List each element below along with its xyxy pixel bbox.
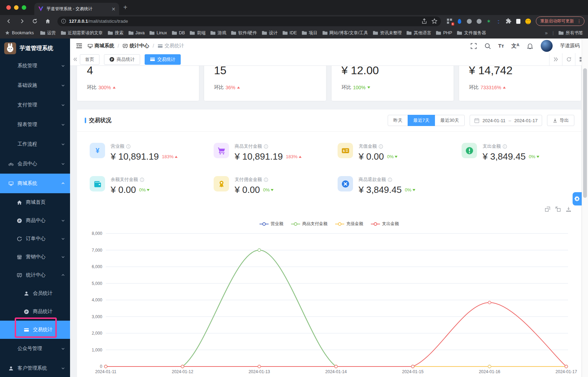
theme-settings-button[interactable] xyxy=(573,192,582,205)
range-button-0[interactable]: 昨天 xyxy=(388,115,408,126)
bookmark-folder[interactable]: 近期需要读的文章 xyxy=(61,30,103,36)
bookmark-folder[interactable]: 游戏 xyxy=(210,30,226,36)
home-button[interactable] xyxy=(44,18,51,25)
info-icon[interactable] xyxy=(388,177,392,182)
user-avatar[interactable] xyxy=(541,40,553,52)
sidebar-item-0[interactable]: 系统管理 xyxy=(0,56,70,76)
sidebar-item-9[interactable]: 订单中心 xyxy=(0,230,70,248)
legend-item[interactable]: 商品支付金额 xyxy=(291,221,327,227)
site-info-icon[interactable] xyxy=(61,19,66,24)
address-bar[interactable]: 127.0.0.1/mall/statistics/trade xyxy=(57,16,441,26)
breadcrumb-item[interactable]: 商城系统 xyxy=(88,43,114,49)
range-button-2[interactable]: 最近30天 xyxy=(435,115,464,126)
bookmark-folder[interactable]: 其他语言 xyxy=(407,30,431,36)
tabs-scroll-right-icon[interactable] xyxy=(549,53,562,65)
fullscreen-icon[interactable] xyxy=(470,43,477,49)
bookmark-folder[interactable]: Java xyxy=(129,30,145,35)
save-image-icon[interactable] xyxy=(566,206,572,212)
bookmark-folder[interactable]: 项目 xyxy=(302,30,318,36)
trade-line-chart[interactable]: 01,0002,0003,0004,0005,0006,0007,0008,00… xyxy=(81,231,582,377)
info-icon[interactable] xyxy=(126,144,131,149)
extension-drop-icon[interactable] xyxy=(456,18,462,24)
profile-avatar-icon[interactable] xyxy=(525,18,531,24)
bookmark-folder[interactable]: IDE xyxy=(283,30,297,35)
reload-button[interactable] xyxy=(32,18,38,25)
new-tab-button[interactable]: + xyxy=(123,4,127,11)
extension-circle-icon[interactable] xyxy=(476,18,482,24)
info-icon[interactable] xyxy=(264,177,268,182)
back-button[interactable] xyxy=(6,18,12,25)
bookmark-folder[interactable]: 资讯未整理 xyxy=(373,30,402,36)
bookmark-folder[interactable]: Linux xyxy=(150,30,167,35)
bookmark-folder[interactable]: 软件/硬件 xyxy=(231,30,257,36)
page-tab-1[interactable]: P 商品统计 xyxy=(104,54,140,65)
close-window-button[interactable] xyxy=(6,5,11,10)
legend-item[interactable]: 支出金额 xyxy=(371,221,399,227)
bookmark-folder[interactable]: DB xyxy=(172,30,185,35)
sidebar-item-14[interactable]: 交易统计 xyxy=(0,321,70,339)
bookmark-folder[interactable]: 前端 xyxy=(190,30,206,36)
sidebar-item-3[interactable]: 报表管理 xyxy=(0,115,70,134)
font-size-icon[interactable]: Tт xyxy=(498,43,504,49)
export-button[interactable]: 导出 xyxy=(547,115,574,126)
menu-kebab-icon[interactable]: ⋮ xyxy=(577,19,581,24)
sidebar-item-13[interactable]: P 商品统计 xyxy=(0,302,70,321)
extension-grid-icon[interactable]: 6 xyxy=(447,18,452,24)
extension-star-icon[interactable]: ✶ xyxy=(486,18,492,24)
close-tab-icon[interactable]: ✕ xyxy=(111,6,116,12)
sidebar-item-2[interactable]: 支付管理 xyxy=(0,95,70,115)
bookmark-folder[interactable]: 搜索 xyxy=(108,30,124,36)
tabs-scroll-left-icon[interactable] xyxy=(70,57,80,62)
bookmark-folder[interactable]: 文件服务器 xyxy=(457,30,486,36)
page-tab-0[interactable]: 首页 xyxy=(80,54,99,65)
app-logo-row[interactable]: 芋道管理系统 xyxy=(0,39,70,56)
sidebar-item-8[interactable]: P 商品中心 xyxy=(0,211,70,230)
range-button-1[interactable]: 最近7天 xyxy=(408,115,435,126)
sidebar-item-6[interactable]: 商城系统 xyxy=(0,174,70,193)
minimize-window-button[interactable] xyxy=(14,5,19,10)
bookmark-star-icon[interactable] xyxy=(431,18,437,24)
sidebar-item-15[interactable]: 公众号管理 xyxy=(0,339,70,358)
sidebar-item-1[interactable]: 基础设施 xyxy=(0,76,70,95)
forward-button[interactable] xyxy=(19,18,25,25)
sidebar-item-5[interactable]: 会员中心 xyxy=(0,154,70,174)
data-zoom-icon[interactable] xyxy=(545,206,551,212)
info-icon[interactable] xyxy=(264,144,268,149)
scrollbar-thumb[interactable] xyxy=(583,68,587,198)
breadcrumb-item[interactable]: 交易统计 xyxy=(158,43,184,49)
restore-icon[interactable] xyxy=(555,206,561,212)
page-tab-2[interactable]: 交易统计 xyxy=(145,54,181,65)
info-icon[interactable] xyxy=(503,144,507,149)
legend-item[interactable]: 充值金额 xyxy=(335,221,363,227)
sidebar-item-12[interactable]: 会员统计 xyxy=(0,284,70,302)
breadcrumb-item[interactable]: 统计中心 xyxy=(123,43,149,49)
extension-panel-icon[interactable] xyxy=(515,18,521,24)
notification-bell-icon[interactable] xyxy=(527,43,533,49)
bookmark-folder[interactable]: PHP xyxy=(436,30,452,35)
search-icon[interactable] xyxy=(484,43,491,49)
refresh-page-icon[interactable] xyxy=(562,53,575,65)
extension-chevrons-icon[interactable]: ⌄⌄ xyxy=(496,18,501,24)
browser-tab[interactable]: 芋道管理系统 - 交易统计 ✕ xyxy=(34,3,119,15)
menu-fold-icon[interactable] xyxy=(76,42,83,49)
language-icon[interactable]: 文A xyxy=(511,43,519,49)
legend-item[interactable]: 营业额 xyxy=(260,221,283,227)
extensions-puzzle-icon[interactable] xyxy=(505,18,511,24)
bookmark-folder[interactable]: 运营 xyxy=(40,30,56,36)
extension-circle-icon[interactable] xyxy=(466,18,472,24)
info-icon[interactable] xyxy=(379,144,383,149)
bookmarks-root[interactable]: Bookmarks xyxy=(5,30,34,35)
all-bookmarks-folder[interactable]: 所有书签 xyxy=(559,30,583,36)
sidebar-item-11[interactable]: 统计中心 xyxy=(0,266,70,284)
info-icon[interactable] xyxy=(140,177,144,182)
date-range-picker[interactable]: 2024-01-11 – 2024-01-17 xyxy=(470,115,542,126)
share-icon[interactable] xyxy=(421,18,427,24)
username[interactable]: 芋道源码 xyxy=(560,43,580,49)
chrome-update-button[interactable]: 重新启动即可更新 ⋮ xyxy=(536,16,584,26)
bookmark-folder[interactable]: 设计 xyxy=(262,30,278,36)
sidebar-item-7[interactable]: 商城首页 xyxy=(0,193,70,211)
sidebar-item-16[interactable]: 客户管理系统 xyxy=(0,358,70,377)
sidebar-item-4[interactable]: 工作流程 xyxy=(0,134,70,154)
page-scrollbar[interactable] xyxy=(582,39,588,377)
bookmarks-overflow-chevron[interactable]: » xyxy=(545,30,548,36)
